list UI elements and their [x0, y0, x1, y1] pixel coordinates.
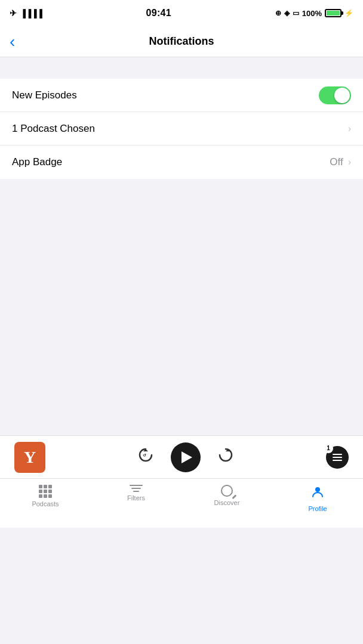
- profile-icon: [310, 485, 325, 503]
- svg-text:↺: ↺: [143, 453, 146, 457]
- podcast-chosen-right: ›: [348, 123, 351, 134]
- new-episodes-toggle[interactable]: [319, 86, 351, 104]
- app-badge-value: Off: [330, 156, 343, 168]
- nav-bar: ‹ Notifications: [0, 26, 363, 57]
- back-icon: ‹: [10, 32, 15, 51]
- location-icon: ⊕: [275, 9, 281, 17]
- new-episodes-label: New Episodes: [12, 89, 77, 101]
- play-button[interactable]: [171, 442, 201, 472]
- status-time: 09:41: [146, 8, 171, 18]
- queue-badge: 1: [324, 444, 333, 453]
- top-separator: [0, 57, 363, 79]
- filters-icon: [130, 485, 143, 492]
- settings-section: New Episodes 1 Podcast Chosen › App Badg…: [0, 79, 363, 179]
- podcast-chosen-row[interactable]: 1 Podcast Chosen ›: [0, 112, 363, 145]
- tab-filters[interactable]: Filters: [91, 485, 182, 501]
- tab-discover[interactable]: Discover: [182, 485, 272, 506]
- toggle-knob: [334, 88, 350, 103]
- podcast-chosen-label: 1 Podcast Chosen: [12, 123, 95, 135]
- status-bar: ✈ ▐▐▐▐ 09:41 ⊕ ◈ ▭ 100% ⚡: [0, 0, 363, 26]
- charging-icon: ⚡: [344, 9, 353, 17]
- discover-tab-label: Discover: [214, 499, 240, 506]
- filters-tab-label: Filters: [127, 494, 145, 501]
- profile-tab-label: Profile: [308, 505, 327, 512]
- page-title: Notifications: [149, 35, 214, 48]
- tab-bar: Podcasts Filters Discover Profile: [0, 478, 363, 528]
- status-left: ✈ ▐▐▐▐: [10, 8, 42, 18]
- battery-icon: [325, 9, 342, 17]
- forward-button[interactable]: [217, 447, 234, 467]
- podcast-chosen-chevron: ›: [348, 123, 351, 134]
- battery-percent: 100%: [302, 9, 322, 18]
- queue-button[interactable]: 1: [326, 446, 349, 469]
- play-icon: [182, 451, 192, 463]
- rewind-button[interactable]: ↺: [137, 447, 154, 467]
- svg-point-1: [315, 487, 320, 492]
- app-badge-row[interactable]: App Badge Off ›: [0, 145, 363, 179]
- discover-icon: [221, 485, 233, 497]
- app-badge-right: Off ›: [330, 156, 351, 168]
- tab-podcasts[interactable]: Podcasts: [0, 485, 91, 507]
- compass-icon: ◈: [284, 9, 290, 17]
- back-button[interactable]: ‹: [10, 32, 15, 51]
- queue-icon: [333, 454, 342, 461]
- new-episodes-row[interactable]: New Episodes: [0, 79, 363, 112]
- airplay-icon: ▭: [293, 9, 299, 17]
- app-badge-label: App Badge: [12, 156, 62, 168]
- status-right: ⊕ ◈ ▭ 100% ⚡: [275, 9, 353, 18]
- tab-profile[interactable]: Profile: [272, 485, 363, 512]
- app-badge-chevron: ›: [348, 157, 351, 168]
- podcast-artwork: Y: [14, 442, 45, 473]
- airplane-icon: ✈: [10, 8, 17, 18]
- main-content: [0, 179, 363, 435]
- player-controls: ↺: [137, 442, 234, 472]
- podcasts-tab-label: Podcasts: [32, 500, 59, 507]
- signal-icon: ▐▐▐▐: [20, 9, 42, 18]
- podcasts-icon: [39, 485, 52, 498]
- mini-player[interactable]: Y ↺ 1: [0, 435, 363, 478]
